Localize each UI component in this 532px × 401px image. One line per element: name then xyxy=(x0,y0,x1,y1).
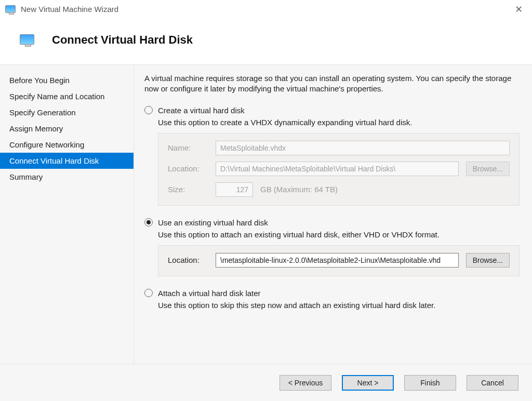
radio-use-existing-label[interactable]: Use an existing virtual hard disk xyxy=(158,218,268,227)
intro-text: A virtual machine requires storage so th… xyxy=(144,73,520,95)
sidebar-item-label: Summary xyxy=(9,172,43,181)
wizard-header: Connect Virtual Hard Disk xyxy=(0,19,532,64)
create-location-input xyxy=(216,162,459,176)
sidebar-item-connect-vhd[interactable]: Connect Virtual Hard Disk xyxy=(0,153,134,169)
wizard-icon xyxy=(20,34,34,45)
wizard-main: A virtual machine requires storage so th… xyxy=(134,65,532,364)
sidebar-item-specify-name[interactable]: Specify Name and Location xyxy=(0,88,134,104)
window-title: New Virtual Machine Wizard xyxy=(21,5,118,14)
sidebar-item-before-you-begin[interactable]: Before You Begin xyxy=(0,72,134,88)
create-browse-button: Browse... xyxy=(466,162,510,176)
finish-button[interactable]: Finish xyxy=(404,375,456,391)
radio-use-existing[interactable] xyxy=(144,218,153,226)
sidebar-item-label: Assign Memory xyxy=(9,124,63,133)
titlebar: New Virtual Machine Wizard ✕ xyxy=(0,0,532,19)
create-vhd-desc: Use this option to create a VHDX dynamic… xyxy=(158,118,520,127)
create-name-label: Name: xyxy=(168,143,208,152)
existing-location-label: Location: xyxy=(168,256,208,264)
close-icon[interactable]: ✕ xyxy=(511,2,527,17)
previous-button[interactable]: < Previous xyxy=(280,375,331,391)
sidebar-item-specify-generation[interactable]: Specify Generation xyxy=(0,104,134,121)
attach-later-desc: Use this option to skip this step now an… xyxy=(158,301,520,310)
sidebar-item-label: Connect Virtual Hard Disk xyxy=(9,156,99,165)
wizard-body: Before You Begin Specify Name and Locati… xyxy=(0,64,532,364)
sidebar-item-label: Specify Generation xyxy=(9,108,76,117)
sidebar-item-label: Configure Networking xyxy=(9,140,84,149)
create-vhd-panel: Name: Location: Browse... Size: GB (Maxi… xyxy=(158,133,520,206)
create-name-input xyxy=(216,141,510,155)
existing-browse-button[interactable]: Browse... xyxy=(466,253,510,268)
create-size-suffix: GB (Maximum: 64 TB) xyxy=(260,185,338,194)
use-existing-panel: Location: Browse... xyxy=(158,245,520,276)
existing-location-input[interactable] xyxy=(216,253,459,268)
wizard-sidebar: Before You Begin Specify Name and Locati… xyxy=(0,65,134,364)
app-icon xyxy=(5,5,16,13)
sidebar-item-label: Before You Begin xyxy=(9,76,70,85)
create-location-label: Location: xyxy=(168,164,208,173)
radio-attach-later[interactable] xyxy=(144,289,153,297)
sidebar-item-assign-memory[interactable]: Assign Memory xyxy=(0,121,134,137)
page-title: Connect Virtual Hard Disk xyxy=(52,33,193,47)
create-size-label: Size: xyxy=(168,185,208,194)
sidebar-item-summary[interactable]: Summary xyxy=(0,169,134,185)
create-size-input xyxy=(216,182,253,197)
radio-attach-later-label[interactable]: Attach a virtual hard disk later xyxy=(158,289,261,298)
cancel-button[interactable]: Cancel xyxy=(467,375,518,391)
radio-create-vhd-label[interactable]: Create a virtual hard disk xyxy=(158,106,245,115)
sidebar-item-configure-networking[interactable]: Configure Networking xyxy=(0,137,134,153)
next-button[interactable]: Next > xyxy=(342,375,394,391)
use-existing-desc: Use this option to attach an existing vi… xyxy=(158,230,520,239)
wizard-footer: < Previous Next > Finish Cancel xyxy=(0,364,532,401)
radio-create-vhd[interactable] xyxy=(144,106,153,114)
sidebar-item-label: Specify Name and Location xyxy=(9,92,104,101)
